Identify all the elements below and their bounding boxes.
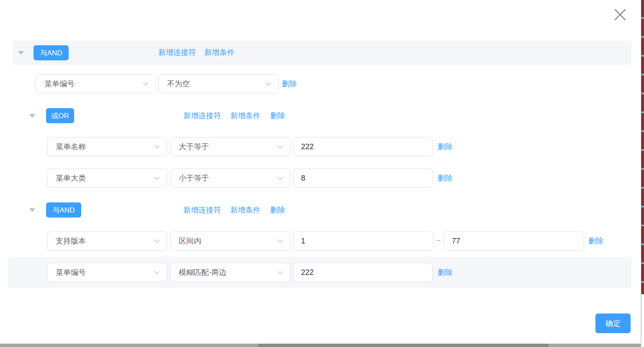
chevron-down-icon bbox=[154, 145, 160, 149]
logic-badge-and[interactable]: 与AND bbox=[46, 202, 81, 218]
collapse-caret-icon[interactable] bbox=[18, 51, 24, 55]
add-condition-link[interactable]: 新增条件 bbox=[230, 205, 260, 215]
field-select-value: 菜单名称 bbox=[56, 142, 154, 152]
field-select-value: 菜单编号 bbox=[44, 79, 143, 89]
value-input[interactable] bbox=[293, 137, 433, 156]
operator-select[interactable]: 模糊匹配-两边 bbox=[170, 263, 290, 282]
chevron-down-icon bbox=[265, 82, 271, 86]
condition-row-highlighted: 菜单编号 模糊匹配-两边 删除 bbox=[8, 257, 631, 288]
operator-select-value: 模糊匹配-两边 bbox=[179, 267, 277, 277]
logic-badge-or[interactable]: 或OR bbox=[46, 108, 74, 123]
condition-row: 菜单大类 小于等于 删除 bbox=[0, 168, 644, 188]
operator-select-value: 小于等于 bbox=[179, 173, 277, 183]
confirm-button[interactable]: 确定 bbox=[595, 313, 631, 333]
add-condition-link[interactable]: 新增条件 bbox=[230, 111, 260, 121]
close-button[interactable] bbox=[611, 6, 629, 23]
condition-row: 支持版本 区间内 ~ 删除 bbox=[0, 231, 644, 251]
add-connector-link[interactable]: 新增连接符 bbox=[158, 47, 196, 57]
background-page-edge bbox=[641, 0, 644, 294]
range-to-input[interactable] bbox=[444, 231, 584, 251]
field-select-value: 菜单编号 bbox=[56, 267, 154, 277]
dialog-right-border bbox=[641, 294, 641, 343]
chevron-down-icon bbox=[277, 271, 283, 274]
field-select[interactable]: 菜单编号 bbox=[47, 263, 167, 282]
collapse-caret-icon[interactable] bbox=[29, 208, 35, 212]
chevron-down-icon bbox=[277, 145, 283, 149]
condition-row: 菜单编号 不为空 删除 bbox=[0, 74, 644, 93]
operator-select-value: 大于等于 bbox=[179, 142, 277, 152]
operator-select[interactable]: 小于等于 bbox=[170, 168, 290, 188]
operator-select-value: 不为空 bbox=[167, 79, 265, 89]
range-separator: ~ bbox=[436, 236, 441, 245]
delete-condition-link[interactable]: 删除 bbox=[588, 236, 603, 246]
field-select-value: 菜单大类 bbox=[56, 173, 154, 183]
chevron-down-icon bbox=[154, 176, 160, 180]
operator-select[interactable]: 不为空 bbox=[158, 74, 278, 93]
delete-condition-link[interactable]: 删除 bbox=[438, 173, 453, 183]
field-select[interactable]: 菜单编号 bbox=[36, 74, 156, 93]
close-icon bbox=[613, 8, 627, 22]
logic-badge-and[interactable]: 与AND bbox=[33, 45, 69, 60]
collapse-caret-icon[interactable] bbox=[29, 114, 35, 118]
operator-select-value: 区间内 bbox=[179, 236, 277, 246]
range-from-input[interactable] bbox=[293, 231, 433, 251]
chevron-down-icon bbox=[154, 271, 160, 274]
operator-select[interactable]: 区间内 bbox=[170, 231, 290, 251]
delete-group-link[interactable]: 删除 bbox=[270, 111, 285, 121]
chevron-down-icon bbox=[277, 176, 283, 180]
operator-select[interactable]: 大于等于 bbox=[170, 137, 290, 156]
field-select[interactable]: 菜单名称 bbox=[47, 137, 167, 156]
value-input[interactable] bbox=[293, 263, 433, 282]
delete-condition-link[interactable]: 删除 bbox=[438, 267, 453, 277]
chevron-down-icon bbox=[143, 82, 149, 86]
delete-group-link[interactable]: 删除 bbox=[270, 205, 285, 215]
field-select[interactable]: 支持版本 bbox=[47, 231, 167, 251]
add-connector-link[interactable]: 新增连接符 bbox=[183, 111, 221, 121]
field-select[interactable]: 菜单大类 bbox=[47, 168, 167, 188]
horizontal-scrollbar[interactable] bbox=[0, 344, 641, 347]
add-condition-link[interactable]: 新增条件 bbox=[204, 47, 234, 57]
group-and-root-row: 与AND 新增连接符 新增条件 bbox=[13, 41, 631, 65]
delete-condition-link[interactable]: 删除 bbox=[438, 142, 453, 152]
group-or-row: 或OR 新增连接符 新增条件 删除 bbox=[0, 106, 644, 126]
group-and-nested-row: 与AND 新增连接符 新增条件 删除 bbox=[0, 200, 644, 220]
condition-row: 菜单名称 大于等于 删除 bbox=[0, 137, 644, 156]
delete-condition-link[interactable]: 删除 bbox=[282, 79, 297, 89]
field-select-value: 支持版本 bbox=[56, 236, 154, 246]
horizontal-scrollbar-thumb[interactable] bbox=[258, 344, 549, 347]
add-connector-link[interactable]: 新增连接符 bbox=[183, 205, 221, 215]
chevron-down-icon bbox=[277, 239, 283, 243]
chevron-down-icon bbox=[154, 239, 160, 243]
value-input[interactable] bbox=[293, 168, 433, 188]
